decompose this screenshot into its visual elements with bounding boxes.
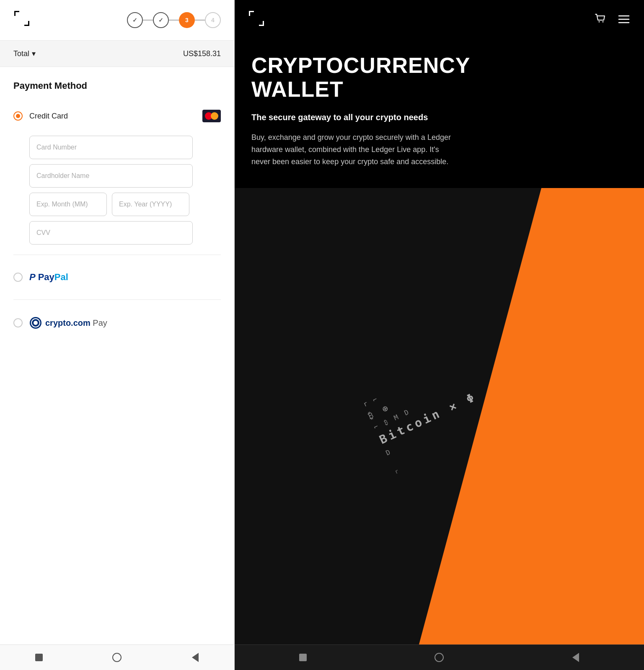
hero-title: CRYPTOCURRENCY WALLET [251, 54, 627, 101]
total-label[interactable]: Total ▾ [13, 49, 36, 58]
mastercard-icon [202, 110, 221, 122]
credit-card-row: Credit Card [29, 110, 221, 122]
svg-point-11 [599, 21, 600, 23]
card-form [29, 136, 221, 245]
step-1: ✓ [127, 12, 143, 28]
right-header-icons [594, 12, 631, 25]
right-nav-back-btn[interactable] [570, 652, 582, 663]
left-nav-square-icon [35, 654, 43, 661]
exp-year-input[interactable] [112, 193, 189, 216]
cart-button[interactable] [594, 12, 607, 25]
card-number-input[interactable] [29, 136, 193, 159]
right-nav-circle-btn[interactable] [433, 652, 445, 663]
crypto-text: crypto.com Pay [45, 318, 107, 328]
device-overlay: r ⌐ ₿ ⊕ ⌐ ₿ M D Bitcoin × Φ D r [235, 188, 644, 644]
mc-right-circle [211, 112, 218, 120]
expiry-row [29, 193, 221, 216]
divider-2 [13, 299, 221, 300]
payment-section: Payment Method Credit Card [0, 67, 234, 644]
radio-inner-selected [16, 114, 20, 118]
paypal-p-icon: P [29, 272, 36, 283]
step-line-1 [143, 20, 153, 21]
svg-rect-10 [263, 21, 264, 26]
svg-rect-1 [14, 11, 16, 16]
svg-point-12 [603, 21, 604, 23]
glyph-row-5: r [393, 468, 399, 475]
left-bottom-nav [0, 644, 234, 670]
credit-card-option[interactable]: Credit Card [13, 103, 221, 129]
left-nav-circle-icon [112, 653, 122, 662]
glyph-row-4: D [384, 448, 393, 457]
right-nav-back-icon [572, 653, 579, 662]
total-bar: Total ▾ US$158.31 [0, 40, 234, 67]
device-text: r ⌐ ₿ ⊕ ⌐ ₿ M D Bitcoin × Φ D r [362, 357, 491, 475]
right-nav-circle-icon [435, 653, 444, 662]
svg-rect-8 [249, 11, 250, 16]
crypto-option[interactable]: crypto.com Pay [13, 310, 221, 336]
step-4: 4 [205, 12, 221, 28]
left-nav-back-btn[interactable] [189, 652, 201, 663]
credit-card-label: Credit Card [29, 112, 68, 121]
paypal-radio[interactable] [13, 273, 23, 282]
right-logo [248, 10, 265, 27]
left-panel: ✓ ✓ 3 4 Total ▾ US$158.31 Payment Method [0, 0, 235, 670]
hero-description: Buy, exchange and grow your crypto secur… [251, 131, 453, 168]
right-bottom-nav [235, 644, 644, 670]
paypal-option[interactable]: P PayPal [13, 265, 221, 289]
paypal-logo: P PayPal [29, 272, 68, 283]
steps-container: ✓ ✓ 3 4 [127, 12, 221, 28]
left-nav-square-btn[interactable] [33, 652, 45, 663]
cvv-input[interactable] [29, 221, 193, 245]
paypal-text: PayPal [38, 272, 68, 283]
right-header [235, 0, 644, 37]
right-nav-square-btn[interactable] [297, 652, 309, 663]
step-3: 3 [179, 12, 195, 28]
right-nav-square-icon [299, 654, 307, 661]
menu-button[interactable] [617, 12, 631, 25]
step-line-2 [169, 20, 179, 21]
total-amount: US$158.31 [183, 49, 221, 58]
left-header: ✓ ✓ 3 4 [0, 0, 234, 40]
exp-month-input[interactable] [29, 193, 107, 216]
hero-subtitle: The secure gateway to all your crypto ne… [251, 111, 627, 123]
crypto-logo: crypto.com Pay [29, 317, 107, 329]
hero-content: CRYPTOCURRENCY WALLET The secure gateway… [235, 37, 644, 188]
left-nav-back-icon [192, 653, 199, 662]
crypto-radio[interactable] [13, 318, 23, 327]
product-image-area: r ⌐ ₿ ⊕ ⌐ ₿ M D Bitcoin × Φ D r [235, 188, 644, 644]
svg-rect-3 [28, 21, 29, 26]
credit-card-radio[interactable] [13, 111, 23, 121]
step-2: ✓ [153, 12, 169, 28]
cardholder-name-input[interactable] [29, 164, 193, 188]
svg-point-6 [34, 321, 38, 325]
right-panel: CRYPTOCURRENCY WALLET The secure gateway… [235, 0, 644, 670]
step-line-3 [195, 20, 205, 21]
dropdown-chevron: ▾ [32, 49, 36, 58]
left-nav-circle-btn[interactable] [111, 652, 123, 663]
payment-title: Payment Method [13, 80, 221, 91]
crypto-icon [29, 317, 42, 329]
left-logo [13, 10, 34, 30]
divider-1 [13, 255, 221, 255]
